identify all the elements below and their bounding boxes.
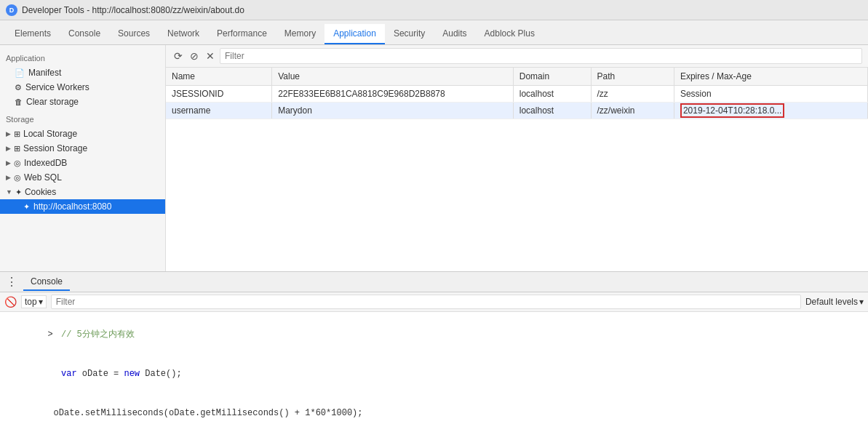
cell-name: JSESSIONID bbox=[166, 86, 272, 103]
tab-bar: Elements Console Sources Network Perform… bbox=[0, 20, 868, 45]
cell-path: /zz bbox=[591, 86, 674, 103]
sidebar-item-service-workers-label: Service Workers bbox=[25, 82, 89, 92]
console-tab-bar: ⋮ Console bbox=[0, 272, 868, 292]
console-line-3: oDate.setMilliseconds(oDate.getMilliseco… bbox=[6, 393, 862, 424]
indexeddb-icon: ◎ bbox=[14, 159, 21, 168]
sidebar-group-indexeddb-label: IndexedDB bbox=[24, 158, 67, 168]
cell-value: Marydon bbox=[272, 103, 514, 119]
sidebar-group-indexeddb[interactable]: ▶ ◎ IndexedDB bbox=[0, 156, 165, 170]
prompt-arrow: > bbox=[48, 329, 58, 340]
tab-elements[interactable]: Elements bbox=[6, 24, 60, 44]
sidebar-subitem-cookies-localhost-label: http://localhost:8080 bbox=[33, 201, 111, 212]
cookie-table: Name Value Domain Path Expires / Max-Age… bbox=[166, 68, 868, 271]
arrow-icon: ▶ bbox=[6, 174, 11, 181]
tab-memory[interactable]: Memory bbox=[276, 24, 324, 44]
session-storage-grid-icon: ⊞ bbox=[14, 144, 20, 153]
web-sql-icon: ◎ bbox=[14, 173, 21, 183]
console-menu-button[interactable]: ⋮ bbox=[3, 273, 20, 290]
tab-performance[interactable]: Performance bbox=[208, 24, 276, 44]
content-toolbar: ⟳ ⊘ ✕ bbox=[166, 45, 868, 68]
cell-domain: localhost bbox=[513, 103, 591, 119]
sidebar: Application 📄 Manifest ⚙ Service Workers… bbox=[0, 45, 166, 271]
cookies-localhost-icon: ✦ bbox=[23, 202, 30, 212]
sidebar-subitem-cookies-localhost[interactable]: ✦ http://localhost:8080 bbox=[0, 199, 165, 214]
cell-value: 22FE833EE6B81CA8818C9E968D2B8878 bbox=[272, 86, 514, 103]
sidebar-group-session-storage[interactable]: ▶ ⊞ Session Storage bbox=[0, 141, 165, 156]
sidebar-item-clear-storage[interactable]: 🗑 Clear storage bbox=[0, 95, 165, 109]
delete-button[interactable]: ✕ bbox=[204, 48, 217, 64]
expires-highlight: 2019-12-04T10:28:18.0... bbox=[680, 103, 784, 118]
window-title: Developer Tools - http://localhost:8080/… bbox=[22, 5, 244, 15]
service-workers-icon: ⚙ bbox=[15, 83, 22, 92]
sidebar-item-clear-storage-label: Clear storage bbox=[26, 97, 79, 107]
console-section: ⋮ Console 🚫 top ▾ Default levels ▾ > // … bbox=[0, 271, 868, 424]
tab-network[interactable]: Network bbox=[159, 24, 208, 44]
sidebar-group-cookies-label: Cookies bbox=[25, 187, 56, 197]
top-label: top bbox=[25, 297, 37, 307]
sidebar-group-local-storage[interactable]: ▶ ⊞ Local Storage bbox=[0, 127, 165, 141]
sidebar-item-service-workers[interactable]: ⚙ Service Workers bbox=[0, 80, 165, 95]
console-line-2: var oDate = new Date(); bbox=[6, 354, 862, 393]
storage-section-label: Storage bbox=[0, 109, 165, 127]
indent bbox=[48, 369, 58, 379]
cookies-icon: ✦ bbox=[15, 188, 22, 197]
cell-name: username bbox=[166, 103, 272, 119]
content-panel: ⟳ ⊘ ✕ Name Value Domain Path Expires / M… bbox=[166, 45, 868, 271]
main-container: Application 📄 Manifest ⚙ Service Workers… bbox=[0, 45, 868, 424]
cell-expires: Session bbox=[674, 86, 867, 103]
no-entry-icon: 🚫 bbox=[4, 296, 17, 308]
keyword-var: var bbox=[61, 369, 77, 379]
cookies-data-table: Name Value Domain Path Expires / Max-Age… bbox=[166, 68, 868, 119]
table-row[interactable]: username Marydon localhost /zz/weixin 20… bbox=[166, 103, 868, 119]
tab-security[interactable]: Security bbox=[385, 24, 434, 44]
tab-adblock[interactable]: Adblock Plus bbox=[476, 24, 544, 44]
col-name: Name bbox=[166, 68, 272, 86]
chevron-down-icon: ▾ bbox=[859, 297, 864, 307]
console-toolbar: 🚫 top ▾ Default levels ▾ bbox=[0, 292, 868, 312]
console-level-select[interactable]: Default levels ▾ bbox=[805, 297, 864, 307]
application-section-label: Application bbox=[0, 48, 165, 65]
tab-console-bottom[interactable]: Console bbox=[23, 273, 70, 291]
refresh-button[interactable]: ⟳ bbox=[172, 48, 185, 64]
sidebar-group-web-sql-label: Web SQL bbox=[24, 172, 62, 183]
filter-input[interactable] bbox=[220, 48, 862, 64]
sidebar-item-manifest[interactable]: 📄 Manifest bbox=[0, 65, 165, 80]
cell-domain: localhost bbox=[513, 86, 591, 103]
sidebar-group-local-storage-label: Local Storage bbox=[23, 129, 77, 139]
clear-storage-icon: 🗑 bbox=[15, 97, 23, 106]
sidebar-group-web-sql[interactable]: ▶ ◎ Web SQL bbox=[0, 170, 165, 185]
arrow-icon-expanded: ▼ bbox=[6, 188, 12, 196]
tab-audits[interactable]: Audits bbox=[434, 24, 475, 44]
col-path: Path bbox=[591, 68, 674, 86]
arrow-icon: ▶ bbox=[6, 159, 11, 167]
arrow-icon: ▶ bbox=[6, 130, 11, 137]
sidebar-group-cookies[interactable]: ▼ ✦ Cookies bbox=[0, 185, 165, 199]
local-storage-grid-icon: ⊞ bbox=[14, 129, 20, 139]
col-domain: Domain bbox=[513, 68, 591, 86]
manifest-icon: 📄 bbox=[15, 68, 25, 78]
cell-expires: 2019-12-04T10:28:18.0... bbox=[674, 103, 867, 119]
console-filter-input[interactable] bbox=[51, 295, 801, 309]
devtools-icon: D bbox=[6, 4, 17, 16]
sidebar-group-session-storage-label: Session Storage bbox=[23, 143, 87, 153]
comment-text: // 5分钟之内有效 bbox=[61, 329, 135, 340]
col-value: Value bbox=[272, 68, 514, 86]
col-expires: Expires / Max-Age bbox=[674, 68, 867, 86]
console-line-1: > // 5分钟之内有效 bbox=[6, 315, 862, 354]
clear-button[interactable]: ⊘ bbox=[188, 48, 201, 64]
sidebar-item-manifest-label: Manifest bbox=[28, 68, 61, 78]
top-select[interactable]: top ▾ bbox=[21, 295, 47, 308]
default-levels-label: Default levels bbox=[805, 297, 858, 307]
keyword-new: new bbox=[124, 369, 140, 379]
arrow-icon: ▶ bbox=[6, 145, 11, 152]
tab-sources[interactable]: Sources bbox=[109, 24, 159, 44]
cell-path: /zz/weixin bbox=[591, 103, 674, 119]
title-bar: D Developer Tools - http://localhost:808… bbox=[0, 0, 868, 20]
devtools-body: Application 📄 Manifest ⚙ Service Workers… bbox=[0, 45, 868, 271]
console-content: > // 5分钟之内有效 var oDate = new Date(); oDa… bbox=[0, 312, 868, 424]
chevron-down-icon: ▾ bbox=[39, 297, 43, 307]
tab-console[interactable]: Console bbox=[60, 24, 109, 44]
tab-application[interactable]: Application bbox=[324, 24, 385, 44]
table-row[interactable]: JSESSIONID 22FE833EE6B81CA8818C9E968D2B8… bbox=[166, 86, 868, 103]
